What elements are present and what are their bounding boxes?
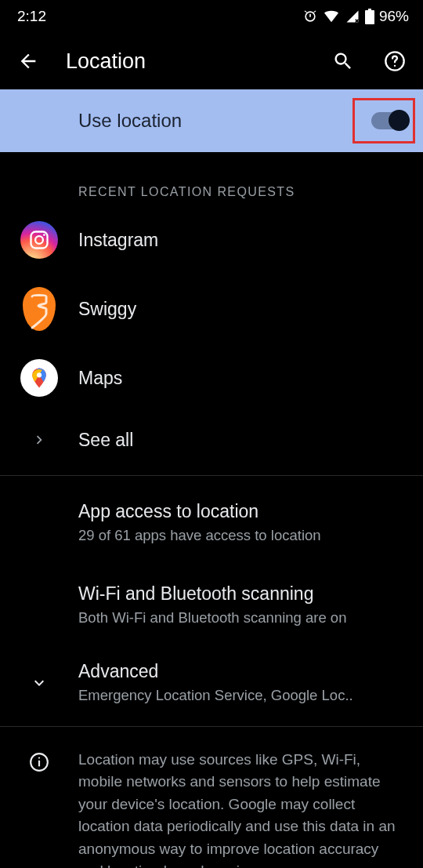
see-all-row[interactable]: See all xyxy=(0,411,423,469)
status-bar: 2:12 96% xyxy=(0,0,423,33)
wifi-bt-scanning-row[interactable]: Wi-Fi and Bluetooth scanning Both Wi-Fi … xyxy=(0,565,423,647)
battery-icon xyxy=(365,9,374,24)
chevron-down-icon xyxy=(30,674,49,692)
svg-point-6 xyxy=(43,234,45,236)
setting-subtitle: Emergency Location Service, Google Loc.. xyxy=(78,685,400,706)
back-button[interactable] xyxy=(14,50,42,72)
svg-rect-1 xyxy=(368,9,371,11)
wifi-icon xyxy=(323,9,340,24)
search-button[interactable] xyxy=(329,50,357,72)
chevron-right-icon xyxy=(31,431,48,449)
app-name: Instagram xyxy=(78,230,400,251)
info-row: Location may use sources like GPS, Wi-Fi… xyxy=(0,733,423,868)
maps-icon xyxy=(20,359,58,397)
svg-rect-0 xyxy=(365,10,374,24)
divider xyxy=(0,726,423,727)
setting-title: Advanced xyxy=(78,661,400,682)
recent-requests-header: RECENT LOCATION REQUESTS xyxy=(0,152,423,207)
help-button[interactable] xyxy=(381,50,409,72)
svg-point-7 xyxy=(37,372,42,377)
app-name: Swiggy xyxy=(78,299,400,320)
recent-app-instagram[interactable]: Instagram xyxy=(0,207,423,273)
svg-point-10 xyxy=(38,757,40,758)
advanced-row[interactable]: Advanced Emergency Location Service, Goo… xyxy=(0,647,423,720)
page-title: Location xyxy=(66,49,306,74)
use-location-row[interactable]: Use location xyxy=(0,89,423,152)
info-text: Location may use sources like GPS, Wi-Fi… xyxy=(78,749,404,868)
see-all-label: See all xyxy=(78,430,400,451)
highlight-box xyxy=(352,98,415,143)
search-icon xyxy=(332,50,354,72)
recent-app-swiggy[interactable]: Swiggy xyxy=(0,273,423,345)
setting-title: App access to location xyxy=(78,501,400,522)
swiggy-icon xyxy=(23,287,56,331)
setting-subtitle: Both Wi-Fi and Bluetooth scanning are on xyxy=(78,608,400,628)
app-bar: Location xyxy=(0,33,423,89)
instagram-icon xyxy=(20,221,58,259)
signal-icon xyxy=(345,9,360,24)
alarm-icon xyxy=(302,9,318,24)
divider xyxy=(0,475,423,476)
setting-title: Wi-Fi and Bluetooth scanning xyxy=(78,583,400,605)
status-icons: 96% xyxy=(302,8,409,25)
use-location-label: Use location xyxy=(78,110,371,132)
info-icon xyxy=(29,752,49,772)
recent-app-maps[interactable]: Maps xyxy=(0,345,423,411)
app-access-row[interactable]: App access to location 29 of 61 apps hav… xyxy=(0,482,423,565)
back-arrow-icon xyxy=(17,50,39,72)
help-icon xyxy=(384,50,406,72)
status-time: 2:12 xyxy=(17,8,46,25)
app-name: Maps xyxy=(78,368,400,389)
svg-point-5 xyxy=(35,236,43,244)
svg-point-3 xyxy=(394,65,396,67)
battery-percent: 96% xyxy=(379,8,409,25)
setting-subtitle: 29 of 61 apps have access to location xyxy=(78,525,400,546)
